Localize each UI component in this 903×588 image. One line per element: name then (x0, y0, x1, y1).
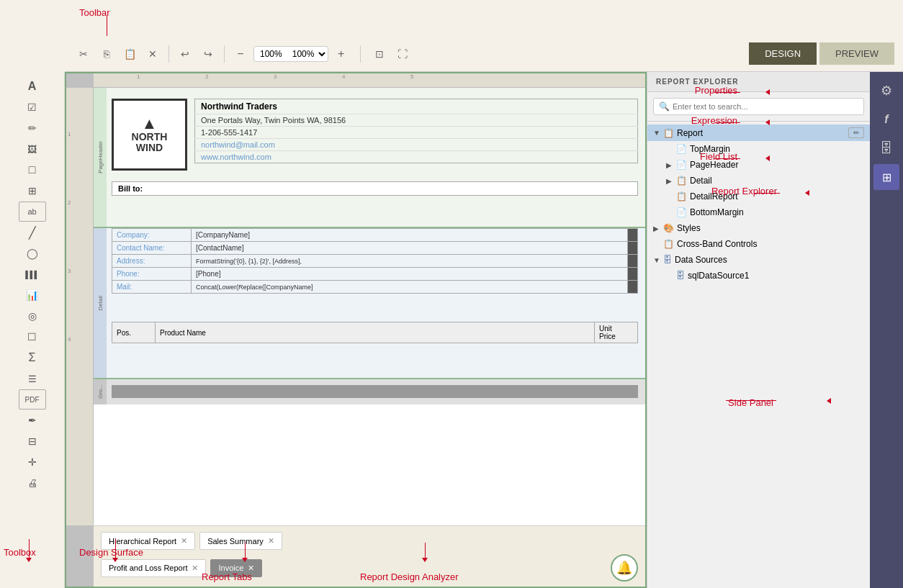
close-tab-3[interactable]: ✕ (192, 564, 198, 573)
bill-phone-value: [Phone] (192, 268, 628, 281)
preview-btn[interactable]: PREVIEW (819, 42, 894, 65)
col-price: UnitPrice (595, 322, 638, 343)
company-email: northwind@mail.com (195, 139, 638, 151)
toolbox: A ☑ ✏ 🖼 □ ⊞ ab ╱ ◯ ▌▌▌ 📊 ◎ ☐ Σ ☰ PDF ✒ ⊟… (0, 72, 65, 588)
toolbar: ✂ ⎘ 📋 ✕ ↩ ↪ − 100% 100% + ⊡ ⛶ DESIGN PRE… (65, 36, 903, 72)
print-tool[interactable]: 🖨 (19, 473, 46, 493)
col-product: Product Name (156, 322, 595, 343)
company-name: Northwind Traders (195, 99, 638, 114)
undo-btn[interactable]: ↩ (175, 44, 195, 64)
grid2-tool[interactable]: ⊟ (19, 431, 46, 451)
bill-address-label: Address: (112, 255, 192, 268)
bill-contact-value: [ContactName] (192, 242, 628, 255)
cut-btn[interactable]: ✂ (73, 44, 94, 64)
col-pos: Pos. (112, 322, 156, 343)
expression-btn[interactable]: f (873, 107, 899, 132)
edit-tool[interactable]: ✏ (19, 118, 46, 138)
fullscreen-btn[interactable]: ⛶ (392, 44, 413, 64)
checkbox-tool[interactable]: ☑ (19, 97, 46, 117)
analyzer-button[interactable]: 🔔 (611, 554, 638, 582)
pivot-tool[interactable]: ✛ (19, 452, 46, 472)
sidepanel-annotation: Side Panel (728, 397, 773, 408)
list-tool[interactable]: ☰ (19, 368, 46, 389)
re-item-datasources[interactable]: ▼ 🗄 Data Sources (647, 252, 870, 268)
paste-btn[interactable]: 📋 (120, 44, 140, 64)
detail-band-label: Detail (97, 296, 104, 310)
reporttabs-annotation: Report Tabs (202, 571, 252, 582)
report-explorer-panel: REPORT EXPLORER 🔍 ▼ 📋 Report ✏ 📄 TopMarg… (647, 72, 870, 588)
responsive-btn[interactable]: ⊡ (369, 44, 390, 64)
fieldlist-btn[interactable]: 🗄 (873, 135, 899, 161)
sign-tool[interactable]: ✒ (19, 410, 46, 430)
side-panel: ⚙ f 🗄 ⊞ (870, 72, 903, 588)
company-address: One Portals Way, Twin Points WA, 98156 (195, 114, 638, 127)
close-tab-1[interactable]: ✕ (181, 536, 187, 546)
properties-btn[interactable]: ⚙ (873, 78, 899, 104)
bill-mail-value: Concat(Lower(Replace([CompanyName] (192, 281, 628, 294)
toolbox-annotation: Toolbox (4, 547, 36, 558)
pageheader-band-label: PageHeader (97, 141, 104, 173)
image-tool[interactable]: 🖼 (19, 139, 46, 159)
group-band-label: Gro... (97, 384, 104, 399)
close-tab-2[interactable]: ✕ (268, 536, 274, 546)
reportexplorer-btn[interactable]: ⊞ (873, 164, 899, 190)
bill-to-title: Bill to: (112, 181, 638, 196)
re-search-input[interactable] (653, 98, 864, 115)
pdf-tool[interactable]: PDF (19, 389, 46, 410)
re-header: REPORT EXPLORER (647, 72, 870, 92)
re-item-topmargin[interactable]: 📄 TopMargin (647, 141, 870, 157)
curve-tool[interactable]: ◯ (19, 243, 46, 263)
re-item-report[interactable]: ▼ 📋 Report ✏ (647, 125, 870, 141)
line-tool[interactable]: ╱ (19, 222, 46, 243)
delete-btn[interactable]: ✕ (143, 44, 163, 64)
designsurface-annotation: Design Surface (79, 547, 143, 558)
analyzerann-annotation: Report Design Analyzer (360, 571, 459, 582)
textbox-tool[interactable]: ab (19, 202, 46, 222)
gauge-tool[interactable]: ◎ (19, 306, 46, 326)
chart-tool[interactable]: 📊 (19, 285, 46, 305)
check-tool[interactable]: ☐ (19, 327, 46, 347)
zoom-in-btn[interactable]: + (331, 44, 351, 64)
design-surface: 1 2 3 4 5 1 2 3 4 PageHeader (65, 72, 647, 588)
reportexplorer-annotation: Report Explorer (711, 186, 777, 196)
re-item-pageheader[interactable]: ▶ 📄 PageHeader (647, 157, 870, 173)
bill-contact-label: Contact Name: (112, 242, 192, 255)
re-item-crossband[interactable]: 📋 Cross-Band Controls (647, 236, 870, 252)
expression-annotation: Expression (691, 115, 737, 126)
re-item-styles[interactable]: ▶ 🎨 Styles (647, 220, 870, 236)
barcode-tool[interactable]: ▌▌▌ (19, 264, 46, 284)
redo-btn[interactable]: ↪ (198, 44, 218, 64)
rect-tool[interactable]: □ (19, 160, 46, 180)
bill-mail-label: Mail: (112, 281, 192, 294)
sigma-tool[interactable]: Σ (19, 348, 46, 368)
properties-annotation: Properties (695, 85, 737, 96)
zoom-select[interactable]: 100% (288, 47, 328, 61)
toolbar-annotation: Toolbar (79, 7, 110, 18)
bill-company-value: [CompanyName] (192, 229, 628, 242)
text-tool[interactable]: A (19, 76, 46, 96)
design-btn[interactable]: DESIGN (749, 42, 817, 65)
fieldlist-annotation: Field List (700, 151, 737, 162)
zoom-value: 100% (254, 47, 288, 61)
bill-phone-label: Phone: (112, 268, 192, 281)
re-edit-btn[interactable]: ✏ (848, 127, 864, 138)
company-website: www.northwind.com (195, 151, 638, 163)
zoom-out-btn[interactable]: − (230, 44, 251, 64)
re-item-sqldatasource[interactable]: 🗄 sqlDataSource1 (647, 268, 870, 284)
company-phone: 1-206-555-1417 (195, 127, 638, 139)
re-item-bottommargin[interactable]: 📄 BottomMargin (647, 204, 870, 220)
tab-sales-summary[interactable]: Sales Summary ✕ (199, 532, 282, 550)
bill-company-label: Company: (112, 229, 192, 242)
table-tool[interactable]: ⊞ (19, 181, 46, 201)
bill-address-value: FormatString('{0}, {1}, {2}', [Address], (192, 255, 628, 268)
copy-btn[interactable]: ⎘ (96, 44, 117, 64)
